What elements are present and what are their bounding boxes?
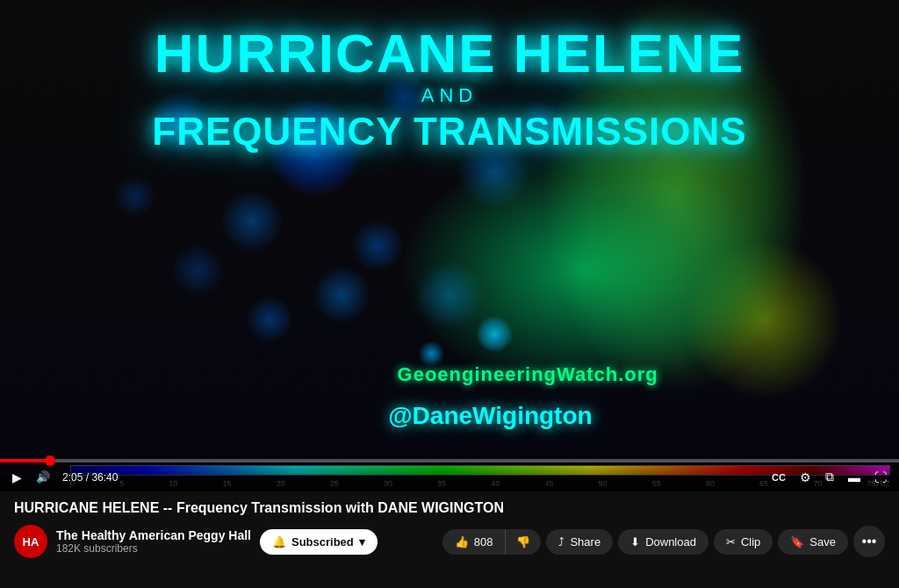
overlay-title-frequency: FREQUENCY TRANSMISSIONS — [152, 111, 746, 153]
download-icon: ⬇ — [630, 535, 640, 549]
time-display: 2:05 / 36:40 — [62, 471, 118, 484]
channel-avatar[interactable]: HA — [14, 525, 47, 558]
video-title: HURRICANE HELENE -- Frequency Transmissi… — [14, 500, 885, 516]
progress-fill — [0, 459, 50, 463]
subscribe-button[interactable]: 🔔 Subscribed ▾ — [260, 529, 378, 555]
save-icon: 🔖 — [790, 535, 804, 549]
miniplayer-button[interactable] — [823, 468, 836, 486]
progress-dot — [45, 455, 55, 466]
chevron-down-icon: ▾ — [359, 535, 365, 549]
actions-row: 👍 808 👎 ⤴ Share ⬇ Download ✂ Clip � — [442, 526, 885, 557]
channel-info: The Healthy American Peggy Hall 182K sub… — [56, 528, 251, 555]
like-dislike-group: 👍 808 👎 — [442, 529, 542, 555]
download-button[interactable]: ⬇ Download — [618, 529, 708, 555]
video-controls: 2:05 / 36:40 — [0, 452, 899, 491]
clip-icon: ✂ — [726, 535, 736, 549]
subtitles-button[interactable] — [770, 470, 788, 484]
more-options-button[interactable]: ••• — [853, 526, 885, 557]
share-button[interactable]: ⤴ Share — [546, 529, 613, 555]
avatar-initials: HA — [23, 535, 40, 549]
channel-name[interactable]: The Healthy American Peggy Hall — [56, 528, 251, 542]
settings-button[interactable] — [798, 469, 813, 486]
volume-button[interactable] — [34, 469, 52, 485]
video-player[interactable]: HURRICANE HELENE AND FREQUENCY TRANSMISS… — [0, 0, 899, 491]
fullscreen-button[interactable] — [873, 469, 888, 486]
bell-icon: 🔔 — [272, 535, 286, 549]
more-icon: ••• — [862, 534, 877, 549]
share-icon: ⤴ — [558, 535, 565, 549]
like-count: 808 — [474, 535, 493, 549]
overlay-dane-handle: @DaneWigington — [388, 402, 592, 430]
like-button[interactable]: 👍 808 — [442, 529, 507, 555]
thumbs-down-icon: 👎 — [516, 535, 530, 549]
progress-bar[interactable] — [0, 459, 899, 463]
controls-row: 2:05 / 36:40 — [0, 468, 899, 486]
save-label: Save — [809, 535, 836, 549]
dislike-button[interactable]: 👎 — [506, 529, 541, 555]
save-button[interactable]: 🔖 Save — [778, 529, 848, 555]
share-label: Share — [570, 535, 601, 549]
thumbs-up-icon: 👍 — [455, 535, 469, 549]
total-time: 36:40 — [91, 471, 118, 484]
current-time: 2:05 — [62, 471, 83, 484]
subscriber-count: 182K subscribers — [56, 542, 251, 555]
download-label: Download — [645, 535, 696, 549]
overlay-title-and: AND — [421, 84, 478, 107]
video-thumbnail: HURRICANE HELENE AND FREQUENCY TRANSMISS… — [0, 0, 899, 491]
subscribe-label: Subscribed — [291, 535, 354, 549]
video-info-section: HURRICANE HELENE -- Frequency Transmissi… — [0, 491, 899, 565]
play-button[interactable] — [11, 469, 24, 486]
channel-row: HA The Healthy American Peggy Hall 182K … — [14, 525, 885, 558]
channel-left: HA The Healthy American Peggy Hall 182K … — [14, 525, 378, 558]
overlay-title-hurricane: HURRICANE HELENE — [155, 26, 745, 81]
theater-button[interactable] — [846, 469, 862, 486]
clip-button[interactable]: ✂ Clip — [714, 529, 773, 555]
overlay-geo-site: GeoengineeringWatch.org — [398, 363, 658, 386]
clip-label: Clip — [741, 535, 760, 549]
